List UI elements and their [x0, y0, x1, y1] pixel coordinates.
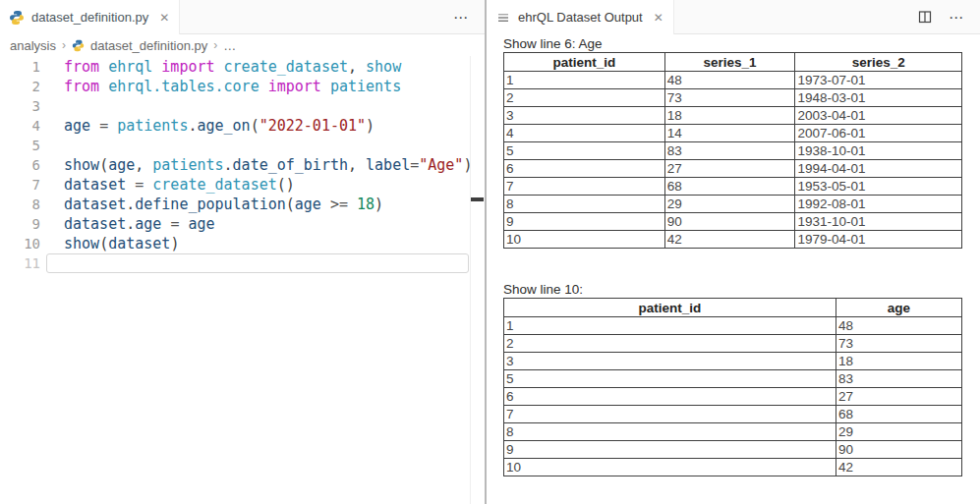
- output-section: Show line 10:patient_idage14827331858362…: [503, 282, 962, 476]
- table-row: 6271994-04-01: [504, 160, 962, 178]
- code-token: age: [108, 156, 135, 174]
- code-line[interactable]: 2from ehrql.tables.core import patients: [0, 77, 485, 96]
- code-token: patients: [152, 156, 223, 174]
- close-tab-icon[interactable]: ✕: [654, 12, 663, 24]
- more-actions-icon[interactable]: ⋯: [949, 10, 964, 25]
- code-line[interactable]: 5: [0, 136, 485, 155]
- output-pane: ehrQL Dataset Output ✕ ⋯ Show line 6: Ag…: [487, 0, 980, 504]
- table-cell: 73: [836, 335, 962, 353]
- table-row: 273: [504, 335, 962, 353]
- column-header: patient_id: [504, 53, 665, 72]
- tab-ehrql-dataset-output[interactable]: ehrQL Dataset Output ✕: [487, 0, 674, 34]
- code-line[interactable]: 11: [0, 253, 485, 273]
- split-editor-icon[interactable]: [917, 9, 933, 25]
- line-number[interactable]: 8: [0, 195, 40, 214]
- code-token: date_of_birth: [233, 156, 348, 174]
- breadcrumb-item-analysis[interactable]: analysis: [10, 38, 56, 53]
- code-token: .: [126, 196, 135, 213]
- table-cell: 5: [504, 370, 836, 388]
- table-cell: 29: [836, 423, 962, 441]
- code-token: (: [286, 196, 295, 213]
- code-editor[interactable]: 1from ehrql import create_dataset, show2…: [0, 56, 485, 273]
- table-cell: 1931-10-01: [795, 213, 962, 231]
- code-token: =: [170, 215, 188, 233]
- column-header: series_1: [664, 53, 795, 72]
- code-token: .: [126, 215, 135, 233]
- table-row: 4142007-06-01: [504, 125, 962, 142]
- code-token: (): [277, 176, 295, 194]
- code-token: ): [463, 156, 472, 174]
- breadcrumb-item-symbol[interactable]: …: [223, 38, 236, 53]
- code-token: ): [366, 117, 375, 135]
- table-cell: 18: [836, 353, 962, 370]
- table-row: 829: [504, 423, 962, 441]
- table-cell: 4: [504, 125, 665, 142]
- python-file-icon: [9, 10, 25, 26]
- code-token: show: [366, 58, 401, 76]
- line-number[interactable]: 7: [0, 175, 40, 195]
- table-cell: 29: [664, 196, 795, 213]
- table-cell: 9: [504, 441, 836, 459]
- line-number[interactable]: 5: [0, 136, 40, 155]
- chevron-right-icon: ›: [213, 38, 217, 52]
- code-line[interactable]: 8dataset.define_population(age >= 18): [0, 195, 485, 214]
- output-table: patient_idage148273318583627768829990104…: [503, 298, 962, 476]
- table-row: 318: [504, 353, 962, 370]
- code-line[interactable]: 1from ehrql import create_dataset, show: [0, 57, 485, 77]
- line-number[interactable]: 10: [0, 234, 40, 253]
- code-token: (: [251, 117, 259, 135]
- line-number[interactable]: 4: [0, 116, 40, 136]
- table-row: 5831938-10-01: [504, 142, 962, 160]
- table-cell: 6: [504, 160, 665, 178]
- table-cell: 83: [836, 370, 962, 388]
- code-token: "Age": [419, 156, 463, 174]
- table-cell: 27: [664, 160, 795, 178]
- code-token: dataset: [64, 215, 126, 233]
- line-number[interactable]: 3: [0, 96, 40, 116]
- line-number[interactable]: 6: [0, 155, 40, 175]
- table-cell: 6: [504, 388, 836, 406]
- code-line[interactable]: 10show(dataset): [0, 234, 485, 253]
- output-section: Show line 6: Agepatient_idseries_1series…: [503, 36, 962, 249]
- breadcrumb: analysis › dataset_definition.py › …: [0, 34, 485, 56]
- table-row: 9901931-10-01: [504, 213, 962, 231]
- close-tab-icon[interactable]: ✕: [159, 12, 169, 24]
- table-cell: 68: [664, 178, 795, 196]
- table-cell: 2: [504, 89, 665, 107]
- table-row: 990: [504, 441, 962, 459]
- line-number[interactable]: 9: [0, 214, 40, 234]
- code-line[interactable]: 4age = patients.age_on("2022-01-01"): [0, 116, 485, 136]
- output-heading: Show line 6: Age: [503, 36, 962, 51]
- line-number[interactable]: 2: [0, 77, 40, 96]
- code-token: age: [64, 117, 99, 135]
- code-token: create_dataset: [224, 58, 348, 76]
- table-cell: 27: [836, 388, 962, 406]
- code-line-text: show(age, patients.date_of_birth, label=…: [40, 155, 472, 175]
- code-line[interactable]: 3: [0, 96, 485, 116]
- editor-pane: dataset_definition.py ✕ ⋯ analysis › dat…: [0, 0, 485, 504]
- more-actions-icon[interactable]: ⋯: [453, 10, 469, 25]
- code-line[interactable]: 7dataset = create_dataset(): [0, 175, 485, 195]
- output-tab-filler: ⋯: [674, 0, 980, 34]
- table-cell: 14: [664, 125, 795, 142]
- code-line-text: dataset.define_population(age >= 18): [40, 195, 383, 214]
- code-line[interactable]: 9dataset.age = age: [0, 214, 485, 234]
- line-number[interactable]: 11: [0, 253, 40, 273]
- code-token: age: [188, 215, 214, 233]
- column-header: patient_id: [504, 299, 836, 317]
- line-number[interactable]: 1: [0, 57, 40, 77]
- code-token: age: [135, 215, 170, 233]
- breadcrumb-item-file[interactable]: dataset_definition.py: [90, 38, 207, 53]
- table-cell: 1: [504, 72, 665, 89]
- overview-ruler: [470, 56, 471, 504]
- tab-label: ehrQL Dataset Output: [518, 10, 643, 25]
- code-line-text: dataset = create_dataset(): [40, 175, 295, 195]
- table-row: 768: [504, 406, 962, 423]
- code-line[interactable]: 6show(age, patients.date_of_birth, label…: [0, 155, 485, 175]
- table-cell: 1: [504, 317, 836, 335]
- table-header-row: patient_idseries_1series_2: [504, 53, 962, 72]
- table-cell: 1938-10-01: [795, 142, 962, 160]
- code-token: define_population: [135, 196, 286, 213]
- chevron-right-icon: ›: [62, 38, 66, 52]
- tab-dataset-definition[interactable]: dataset_definition.py ✕: [0, 0, 180, 34]
